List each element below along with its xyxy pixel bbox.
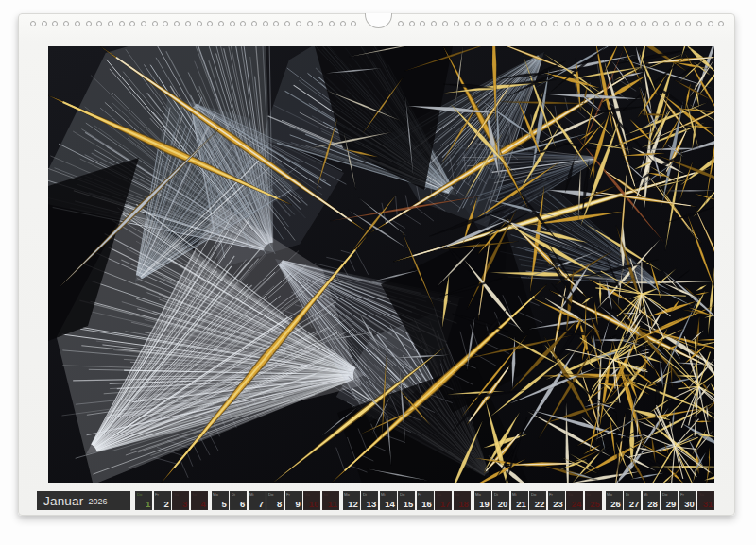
binding-hole <box>263 21 268 26</box>
binding-hole <box>409 21 415 26</box>
weekday-abbr: Sa <box>437 492 441 496</box>
binding-hole <box>696 21 702 26</box>
binding-hole <box>63 21 69 26</box>
day-number: 21 <box>516 499 525 509</box>
day-number: 16 <box>421 499 431 509</box>
weekday-abbr: Di <box>626 492 629 496</box>
day-cell-21: Mi21 <box>511 491 528 510</box>
day-number: 4 <box>200 499 205 509</box>
binding-hole <box>464 21 470 26</box>
weekday-abbr: Sa <box>174 492 179 496</box>
weekday-abbr: Fr <box>680 492 684 496</box>
year-label: 2026 <box>88 497 107 506</box>
day-number: 24 <box>572 499 581 509</box>
day-number: 11 <box>328 499 337 509</box>
day-number: 13 <box>367 499 376 509</box>
day-cell-16: Fr16 <box>417 491 434 510</box>
binding-hole <box>284 21 290 26</box>
binding-hole <box>675 21 680 26</box>
binding-hole <box>619 21 625 26</box>
day-number: 25 <box>590 499 599 509</box>
binding-hole <box>207 21 213 26</box>
day-number: 3 <box>182 499 187 509</box>
day-number: 8 <box>277 499 282 509</box>
binding-hole <box>564 21 570 26</box>
binding-hole <box>718 21 724 26</box>
binding-hole <box>431 21 437 26</box>
day-number: 29 <box>666 499 676 509</box>
binding-hole <box>497 21 503 26</box>
binding-hole <box>663 21 669 26</box>
day-cell-22: Do22 <box>529 491 546 510</box>
binding-hole <box>652 21 658 26</box>
binding-hole <box>296 21 301 26</box>
hanger-notch <box>365 13 392 28</box>
day-number: 10 <box>309 499 318 509</box>
binding-hole <box>42 21 47 26</box>
day-cell-5: Mo5 <box>212 491 229 510</box>
weekday-abbr: So <box>323 492 328 496</box>
binding-hole <box>108 21 113 26</box>
calendar-strip: Januar 2026 Do1Fr2Sa3So4Mo5Di6Mi7Do8Fr9S… <box>37 491 714 510</box>
binding-hole <box>398 21 404 26</box>
day-cell-27: Di27 <box>624 491 641 510</box>
day-cell-14: Mi14 <box>380 491 397 510</box>
day-number: 26 <box>610 499 620 509</box>
binding-hole <box>141 21 146 26</box>
day-number: 17 <box>440 499 450 509</box>
crystal-photo-svg <box>48 46 714 483</box>
day-cell-25: So25 <box>585 491 602 510</box>
day-cell-20: Di20 <box>492 491 509 510</box>
binding-hole <box>96 21 102 26</box>
day-number: 18 <box>458 499 468 509</box>
day-cell-2: Fr2 <box>154 491 171 510</box>
binding-hole <box>197 21 202 26</box>
day-number: 23 <box>553 499 562 509</box>
day-cell-26: Mo26 <box>606 491 623 510</box>
day-cell-4: So4 <box>191 491 208 510</box>
binding-hole <box>530 21 536 26</box>
binding-hole <box>340 21 346 26</box>
day-number: 31 <box>703 499 713 509</box>
weekday-abbr: Mi <box>249 492 253 496</box>
weekday-abbr: So <box>455 492 459 496</box>
weekday-abbr: Sa <box>568 492 573 496</box>
binding-hole <box>218 21 224 26</box>
binding-hole <box>487 21 492 26</box>
weekday-abbr: Fr <box>549 492 553 496</box>
weekday-abbr: Do <box>268 492 273 496</box>
weekday-abbr: Di <box>494 492 498 496</box>
day-number: 30 <box>684 499 694 509</box>
day-cell-18: So18 <box>454 491 471 510</box>
crystal-photo <box>48 46 714 483</box>
binding-hole <box>152 21 158 26</box>
weekday-abbr: Fr <box>286 492 290 496</box>
day-number: 14 <box>385 499 394 509</box>
weekday-abbr: Do <box>137 492 142 496</box>
month-box: Januar 2026 <box>37 491 130 510</box>
day-cell-9: Fr9 <box>285 491 302 510</box>
day-cell-23: Fr23 <box>548 491 565 510</box>
weekday-abbr: Fr <box>155 492 159 496</box>
weekday-abbr: Mi <box>644 492 647 496</box>
day-cell-6: Di6 <box>230 491 247 510</box>
binding-hole <box>185 21 191 26</box>
binding-hole <box>307 21 313 26</box>
weekday-abbr: Di <box>232 492 235 496</box>
weekday-abbr: Di <box>363 492 367 496</box>
weekday-abbr: Sa <box>305 492 310 496</box>
calendar-page: Januar 2026 Do1Fr2Sa3So4Mo5Di6Mi7Do8Fr9S… <box>18 13 735 516</box>
binding-hole <box>230 21 235 26</box>
day-cell-11: So11 <box>322 491 339 510</box>
day-number: 20 <box>498 499 507 509</box>
day-number: 9 <box>295 499 300 509</box>
binding-hole <box>442 21 448 26</box>
weekday-abbr: Mo <box>213 492 218 496</box>
weekday-abbr: So <box>192 492 197 496</box>
day-number: 19 <box>479 499 489 509</box>
day-cell-10: Sa10 <box>303 491 320 510</box>
weekday-abbr: Sa <box>699 492 704 496</box>
binding-hole <box>129 21 135 26</box>
weekday-abbr: Mo <box>475 492 481 496</box>
weekday-abbr: Fr <box>418 492 421 496</box>
